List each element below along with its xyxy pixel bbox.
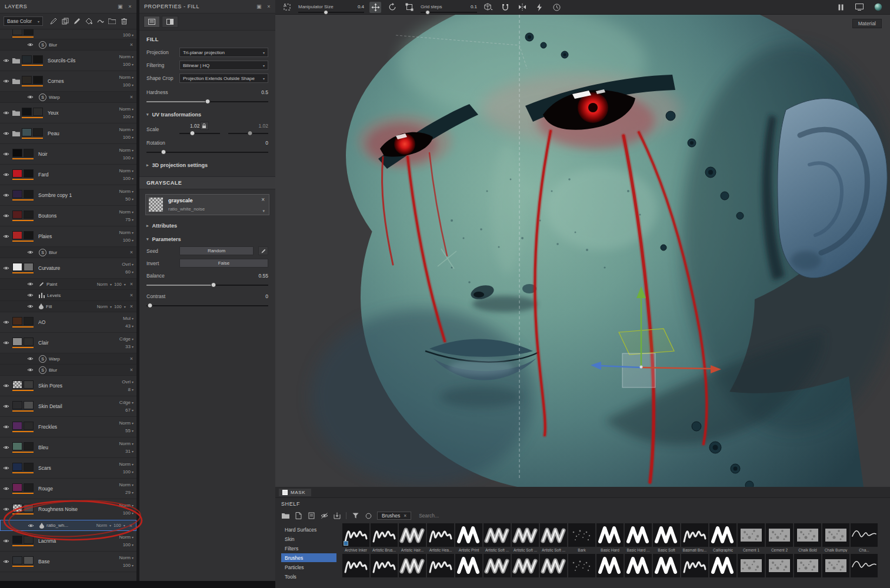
- resource-dropdown-icon[interactable]: ▾: [262, 209, 265, 213]
- layer-effect-row[interactable]: FillNorm ▾100 ▾×: [0, 301, 136, 312]
- mask-thumbnail[interactable]: [33, 76, 43, 84]
- transform-mode-icon[interactable]: [281, 2, 293, 13]
- layer-opacity[interactable]: 50▾: [125, 196, 134, 202]
- blend-mode-dropdown[interactable]: Norm▾: [119, 106, 134, 112]
- invert-button[interactable]: False: [179, 259, 268, 268]
- mask-thumbnail[interactable]: [24, 483, 34, 492]
- parameters-section[interactable]: ▾Parameters: [139, 231, 275, 245]
- visibility-toggle[interactable]: [3, 507, 12, 512]
- channel-dropdown[interactable]: Base Color▾: [4, 16, 43, 26]
- projection-settings-section[interactable]: ▸3D projection settings: [139, 157, 275, 171]
- blend-mode-dropdown[interactable]: Norm▾: [119, 189, 134, 194]
- brush-item[interactable]: Chalk Bold: [794, 523, 821, 552]
- visibility-toggle[interactable]: [3, 404, 12, 409]
- layer-thumbnail[interactable]: [12, 556, 22, 564]
- symmetry-icon[interactable]: [516, 2, 528, 13]
- visibility-toggle[interactable]: [3, 486, 12, 491]
- mask-thumbnail[interactable]: [24, 263, 34, 271]
- panel-popout-icon[interactable]: ▣: [118, 4, 123, 9]
- seed-random-button[interactable]: Random: [179, 246, 254, 255]
- layer-opacity[interactable]: 100▾: [123, 155, 134, 161]
- layer-opacity[interactable]: 31▾: [125, 449, 134, 454]
- blend-mode-dropdown[interactable]: Cdge▾: [119, 336, 134, 342]
- rotate-tool-icon[interactable]: [386, 2, 398, 13]
- layer-opacity[interactable]: 33▾: [125, 344, 134, 349]
- effect-blend-dropdown[interactable]: Norm ▾: [97, 304, 112, 309]
- search-input[interactable]: Search...: [416, 512, 492, 520]
- blend-mode-dropdown[interactable]: Norm▾: [119, 230, 134, 235]
- mask-thumbnail[interactable]: [24, 442, 34, 450]
- layer-row[interactable]: AOMul▾43▾: [0, 312, 136, 333]
- layer-thumbnail[interactable]: [12, 211, 22, 219]
- brush-item[interactable]: Basmati Bru...: [681, 523, 708, 552]
- layer-thumbnail[interactable]: [12, 483, 22, 492]
- brush-item[interactable]: Chalk Bumpy: [822, 523, 849, 552]
- layer-row[interactable]: RougeNorm▾29▾: [0, 479, 136, 499]
- brush-item[interactable]: Artistic Print: [455, 523, 482, 552]
- blend-mode-dropdown[interactable]: Ovrl▾: [122, 379, 134, 385]
- brush-item[interactable]: [427, 554, 454, 577]
- filtering-dropdown[interactable]: Bilinear | HQ▾: [179, 61, 268, 70]
- effect-blend-dropdown[interactable]: Norm ▾: [97, 282, 112, 287]
- visibility-toggle[interactable]: [3, 445, 12, 450]
- brush-item[interactable]: Artistic Brus...: [371, 523, 398, 552]
- mask-thumbnail[interactable]: [24, 463, 34, 471]
- shelf-category-particles[interactable]: Particles: [281, 563, 336, 572]
- perspective-camera-icon[interactable]: [482, 2, 494, 13]
- visibility-toggle[interactable]: [3, 539, 12, 543]
- layer-row[interactable]: Sombre copy 1Norm▾50▾: [0, 185, 136, 206]
- filter-icon[interactable]: [351, 512, 359, 520]
- visibility-toggle[interactable]: [3, 213, 12, 218]
- brush-item[interactable]: [625, 554, 652, 577]
- mask-thumbnail[interactable]: [24, 211, 34, 219]
- remove-effect-button[interactable]: ×: [130, 292, 133, 298]
- layer-opacity[interactable]: 100▾: [123, 135, 134, 140]
- effect-opacity[interactable]: 100 ▾: [114, 523, 125, 528]
- effect-blend-dropdown[interactable]: Norm ▾: [96, 523, 111, 528]
- layer-effect-row[interactable]: SBlur×: [0, 247, 136, 258]
- seed-edit-icon[interactable]: [258, 246, 268, 255]
- layer-thumbnail[interactable]: [12, 317, 22, 325]
- scene-3d-render[interactable]: [275, 15, 890, 487]
- mask-thumbnail[interactable]: [33, 55, 43, 64]
- mask-thumbnail[interactable]: [24, 556, 34, 564]
- layer-row[interactable]: ClairCdge▾33▾: [0, 333, 136, 353]
- layer-opacity[interactable]: 60▾: [125, 269, 134, 275]
- layer-row[interactable]: Skin DetailCdge▾67▾: [0, 396, 136, 417]
- snap-icon[interactable]: [499, 2, 511, 13]
- blend-mode-dropdown[interactable]: Norm▾: [119, 54, 134, 59]
- layer-opacity[interactable]: 29▾: [125, 490, 134, 495]
- blend-mode-dropdown[interactable]: Norm▾: [119, 148, 134, 153]
- blend-mode-dropdown[interactable]: Norm▾: [119, 168, 134, 173]
- layer-thumbnail[interactable]: [12, 504, 22, 512]
- brush-item[interactable]: [681, 554, 708, 577]
- shelf-category-filters[interactable]: Filters: [281, 544, 336, 553]
- move-tool-icon[interactable]: [369, 2, 381, 13]
- add-resource-icon[interactable]: [294, 512, 302, 520]
- remove-effect-button[interactable]: ×: [129, 523, 132, 529]
- effect-visibility-toggle[interactable]: [27, 250, 36, 255]
- mask-thumbnail[interactable]: [24, 190, 34, 198]
- tab-material-properties[interactable]: [144, 16, 160, 28]
- visibility-toggle[interactable]: [3, 234, 12, 239]
- scale-link-lock-icon[interactable]: [200, 122, 209, 130]
- remove-effect-button[interactable]: ×: [130, 303, 133, 309]
- layer-opacity[interactable]: 8▾: [128, 387, 134, 392]
- scale-tool-icon[interactable]: [404, 2, 415, 13]
- layer-opacity[interactable]: 100▾: [123, 114, 134, 119]
- brush-item[interactable]: [709, 554, 736, 577]
- layer-thumbnail[interactable]: [12, 169, 22, 178]
- brush-item[interactable]: Cha...: [851, 523, 878, 552]
- brush-item[interactable]: Artistic Hea...: [427, 523, 454, 552]
- layer-thumbnail[interactable]: [12, 338, 22, 346]
- layer-row[interactable]: ScarsNorm▾100▾: [0, 458, 136, 479]
- remove-effect-button[interactable]: ×: [130, 42, 133, 48]
- effect-visibility-toggle[interactable]: [27, 304, 36, 309]
- layer-opacity[interactable]: 100▾: [123, 542, 134, 547]
- brush-item[interactable]: [851, 554, 878, 577]
- brush-item[interactable]: [653, 554, 680, 577]
- trash-icon[interactable]: [120, 18, 128, 25]
- layer-opacity[interactable]: 67▾: [125, 407, 134, 413]
- brush-item[interactable]: [794, 554, 821, 577]
- copy-layer-icon[interactable]: [61, 18, 69, 25]
